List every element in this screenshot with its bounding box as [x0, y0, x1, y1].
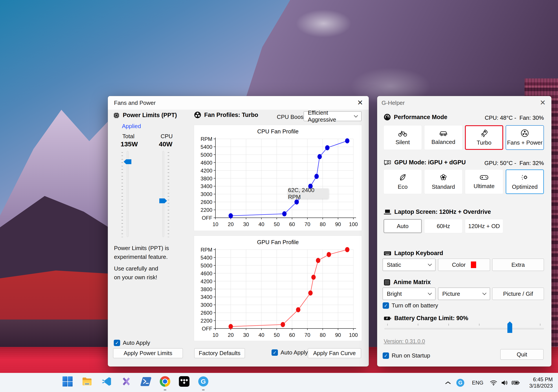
g-helper-taskbar-icon[interactable]: G — [196, 375, 210, 389]
keyboard-extra-button[interactable]: Extra — [492, 259, 544, 271]
anime-matrix-label: Anime Matrix — [393, 279, 431, 286]
cpu-fan-chart[interactable]: RPM540050004600420038003400300026002200O… — [194, 125, 362, 231]
fan-curve-point[interactable] — [345, 247, 349, 252]
svg-text:70: 70 — [305, 332, 310, 338]
performance-turbo-button[interactable]: Turbo — [465, 125, 503, 150]
fan-curve-point[interactable] — [317, 154, 322, 159]
matrix-picture-gif-button[interactable]: Picture / Gif — [492, 288, 544, 300]
gpu-ultimate-button[interactable]: Ultimate — [465, 169, 503, 194]
svg-text:5400: 5400 — [201, 255, 212, 261]
version-link[interactable]: Version: 0.31.0.0 — [384, 338, 425, 344]
visual-studio-icon[interactable] — [119, 375, 133, 389]
fan-auto-apply-checkbox[interactable]: Auto Apply — [271, 349, 308, 356]
fan-curve-point[interactable] — [311, 275, 316, 280]
button-label: Ultimate — [473, 183, 494, 190]
tray-time: 6:45 PM — [533, 377, 553, 382]
tidal-icon[interactable] — [177, 375, 191, 389]
battery-limit-slider-thumb[interactable] — [507, 321, 512, 333]
fans-window-titlebar[interactable]: Fans and Power ✕ — [108, 96, 369, 110]
slider-tick — [418, 324, 418, 326]
close-icon[interactable]: ✕ — [357, 99, 363, 106]
checkbox-checked-icon[interactable] — [383, 352, 389, 359]
tray-language[interactable]: ENG — [470, 373, 485, 392]
fan-curve-point[interactable] — [308, 291, 313, 296]
start-button[interactable] — [61, 375, 75, 389]
battery-limit-slider-track[interactable] — [384, 328, 544, 329]
factory-defaults-button[interactable]: Factory Defaults — [194, 348, 245, 358]
volume-icon[interactable] — [499, 373, 510, 392]
gpu-optimized-button[interactable]: Optimized — [506, 169, 544, 194]
svg-text:4600: 4600 — [201, 270, 212, 276]
keyboard-mode-dropdown[interactable]: Static — [383, 259, 436, 271]
cpu-power-slider-thumb[interactable] — [159, 198, 167, 203]
gpu-fan-curve-plot[interactable]: RPM540050004600420038003400300026002200O… — [194, 236, 362, 341]
fan-curve-point[interactable] — [325, 145, 330, 150]
tray-g-helper-icon[interactable]: G — [455, 373, 465, 392]
fan-curve-point[interactable] — [281, 322, 285, 327]
cpu-fan-curve-plot[interactable]: RPM540050004600420038003400300026002200O… — [194, 125, 362, 231]
fan-curve-point[interactable] — [316, 258, 320, 263]
keyboard-color-button[interactable]: Color — [438, 259, 490, 271]
screen-auto-button[interactable]: Auto — [384, 219, 422, 233]
gpu-eco-button[interactable]: Eco — [384, 169, 422, 194]
total-value: 135W — [121, 140, 138, 148]
turn-off-on-battery-label: Turn off on battery — [392, 302, 438, 309]
taskbar-clock[interactable]: 6:45 PM 3/18/2023 — [529, 373, 553, 392]
keyboard-color-swatch — [471, 261, 476, 268]
chrome-icon[interactable] — [158, 375, 172, 389]
svg-text:90: 90 — [335, 332, 341, 338]
svg-text:3800: 3800 — [201, 175, 212, 182]
cpu-power-slider[interactable] — [162, 151, 164, 237]
checkbox-checked-icon[interactable] — [271, 349, 278, 356]
fan-curve-point[interactable] — [314, 174, 319, 179]
turn-off-on-battery-checkbox[interactable]: Turn off on battery — [383, 302, 438, 309]
total-label: Total — [122, 133, 134, 140]
button-label: Eco — [398, 183, 408, 190]
fan-curve-point[interactable] — [229, 213, 233, 218]
svg-text:100: 100 — [349, 332, 358, 338]
laptop-keyboard-header: Laptop Keyboard — [384, 250, 443, 257]
fan-profiles-header-label: Fan Profiles: Turbo — [204, 112, 258, 118]
quit-button[interactable]: Quit — [500, 349, 543, 360]
total-slider-ticks — [122, 152, 123, 237]
gamepad-icon — [480, 174, 489, 181]
run-on-startup-checkbox[interactable]: Run on Startup — [383, 352, 430, 359]
checkbox-checked-icon[interactable] — [114, 340, 120, 346]
screen-60hz-button[interactable]: 60Hz — [424, 219, 462, 233]
gpu-fan-chart[interactable]: RPM540050004600420038003400300026002200O… — [194, 235, 362, 341]
wifi-icon[interactable] — [488, 373, 499, 392]
cpu-slider-ticks — [168, 152, 169, 237]
apply-fan-curve-button[interactable]: Apply Fan Curve — [308, 348, 361, 358]
fan-curve-point[interactable] — [296, 307, 300, 312]
svg-text:2600: 2600 — [201, 199, 212, 205]
power-auto-apply-label: Auto Apply — [123, 340, 150, 346]
checkbox-checked-icon[interactable] — [383, 302, 389, 309]
fan-curve-point[interactable] — [229, 324, 233, 329]
matrix-brightness-dropdown[interactable]: Bright — [383, 288, 436, 300]
performance-silent-button[interactable]: Silent — [384, 125, 422, 150]
power-limits-header: Power Limits (PPT) — [113, 112, 177, 119]
close-icon[interactable]: ✕ — [540, 99, 546, 106]
battery-charging-icon[interactable] — [510, 373, 522, 392]
file-explorer-icon[interactable] — [80, 375, 94, 389]
fan-curve-tooltip: 62C, 2400 RPM — [288, 189, 329, 199]
cpu-boost-dropdown[interactable]: Efficient Aggressive — [304, 111, 362, 121]
fan-curve-point[interactable] — [282, 211, 287, 217]
total-power-slider-thumb[interactable] — [124, 159, 131, 164]
fan-curve-point[interactable] — [345, 138, 349, 143]
fan-curve-point[interactable] — [327, 252, 331, 257]
tray-date: 3/18/2023 — [529, 383, 553, 389]
tray-chevron-up-icon[interactable] — [443, 373, 453, 392]
gpu-standard-button[interactable]: Standard — [424, 169, 462, 194]
matrix-content-dropdown[interactable]: Picture — [438, 288, 490, 300]
performance-balanced-button[interactable]: Balanced — [424, 125, 462, 150]
svg-text:3800: 3800 — [201, 286, 212, 292]
vscode-icon[interactable] — [100, 375, 114, 389]
performance-fans-power-button[interactable]: Fans + Power — [506, 125, 544, 150]
svg-text:2200: 2200 — [201, 318, 212, 324]
power-auto-apply-checkbox[interactable]: Auto Apply — [114, 340, 150, 346]
powershell-icon[interactable] — [139, 375, 153, 389]
screen-120hz-od-button[interactable]: 120Hz + OD — [465, 219, 503, 233]
apply-power-limits-button[interactable]: Apply Power Limits — [113, 348, 183, 358]
cpu-value: 40W — [159, 140, 173, 148]
